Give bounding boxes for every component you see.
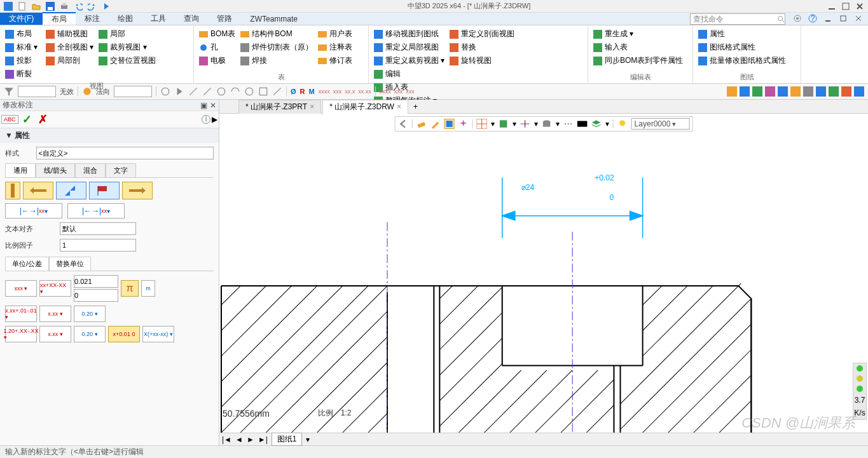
tab-zwteammate[interactable]: ZWTeammate — [241, 13, 307, 25]
tol-cell-6[interactable]: x.xx ▾ — [39, 326, 71, 342]
open-icon[interactable] — [32, 2, 41, 11]
ct-bulb-icon[interactable] — [617, 119, 628, 129]
ct-black-icon[interactable] — [577, 119, 588, 129]
tb-ico5[interactable] — [216, 86, 226, 97]
undo-icon[interactable] — [74, 2, 83, 11]
ct-pencil-icon[interactable] — [431, 119, 441, 129]
subtab-mix[interactable]: 混合 — [75, 163, 106, 177]
rtool8[interactable] — [816, 86, 826, 97]
drawing-canvas[interactable]: ⌀24 +0.02 0 — [219, 114, 868, 433]
panel-pin-icon[interactable]: ▣ — [200, 101, 207, 110]
panel-close-icon[interactable]: ✕ — [210, 101, 216, 110]
tol-cell-4[interactable]: 0.20 ▾ — [74, 306, 106, 322]
ritem-hole[interactable]: 孔 — [198, 41, 237, 53]
rtool3[interactable] — [752, 86, 762, 97]
print-icon[interactable] — [60, 2, 69, 11]
dimline-btn2[interactable]: |←→|xx ▾ — [67, 203, 125, 219]
ritem-props[interactable]: 属性 — [697, 28, 787, 40]
rtool9[interactable] — [829, 86, 839, 97]
cancel-button[interactable]: ✗ — [36, 112, 50, 126]
ct-grid-icon[interactable] — [477, 119, 487, 129]
ritem-revtable[interactable]: 修订表 — [317, 55, 355, 67]
tol-cell-7[interactable]: 0.20 ▾ — [74, 326, 106, 342]
tb-ico4[interactable] — [202, 86, 212, 97]
ritem-usertable[interactable]: 用户表 — [317, 28, 355, 40]
tab-draw[interactable]: 绘图 — [109, 13, 142, 25]
ritem-layout[interactable]: 布局 — [4, 28, 42, 40]
subtab-general[interactable]: 通用 — [5, 163, 36, 177]
ritem-project[interactable]: 投影 — [4, 55, 42, 67]
ritem-fullsection[interactable]: 全剖视图 ▾ — [45, 41, 95, 53]
tb-ico2[interactable] — [174, 86, 184, 97]
ritem-notetable[interactable]: 注释表 — [317, 41, 355, 53]
save-icon[interactable] — [46, 2, 55, 11]
close-tab-icon[interactable]: × — [397, 102, 401, 111]
ct-back-icon[interactable] — [398, 119, 408, 129]
command-search[interactable]: 查找命令 — [690, 13, 785, 25]
ritem-redefdetail[interactable]: 重定义局部视图 — [373, 41, 446, 53]
tol-cell-3[interactable]: x.xx ▾ — [39, 306, 71, 322]
ct-box-icon[interactable] — [499, 119, 509, 129]
r-symbol[interactable]: R — [300, 88, 305, 95]
close-tab-icon[interactable]: × — [310, 102, 314, 111]
tab-piping[interactable]: 管路 — [208, 13, 241, 25]
inner-minimize-icon[interactable] — [823, 14, 832, 23]
redo-icon[interactable] — [88, 2, 97, 11]
layer-dropdown[interactable]: Layer0000 ▾ — [631, 118, 690, 130]
ritem-inputtable[interactable]: 输入表 — [592, 41, 684, 53]
tol-lower-input[interactable] — [74, 289, 118, 302]
tol-cell-9[interactable]: X(+xx-xx) ▾ — [142, 326, 174, 342]
ritem-replace[interactable]: 替换 — [448, 41, 516, 53]
tol-cell-2[interactable]: x.xx+.01-.01 ▾ — [5, 306, 37, 322]
sheet-add-icon[interactable]: ▾ — [306, 435, 310, 444]
sheet-prev-icon[interactable]: ◄ — [235, 435, 243, 444]
style-input[interactable] — [36, 147, 214, 159]
tab-annotate[interactable]: 标注 — [76, 13, 109, 25]
sheet-first-icon[interactable]: |◄ — [222, 435, 231, 444]
ritem-weldcut[interactable]: 焊件切割表（原） — [239, 41, 314, 53]
m-btn[interactable]: m — [141, 280, 155, 297]
tb-ico3[interactable] — [188, 86, 198, 97]
tb-ico6[interactable] — [230, 86, 240, 97]
rtool7[interactable] — [803, 86, 813, 97]
ct-dots-icon[interactable] — [563, 119, 574, 129]
ritem-bom[interactable]: BOM表 — [198, 28, 237, 40]
help-icon[interactable]: ? — [808, 14, 817, 23]
minimize-icon[interactable] — [827, 2, 836, 11]
ct-wand-icon[interactable] — [458, 119, 469, 129]
tb-ico1[interactable] — [160, 86, 170, 97]
subtab-unittol[interactable]: 单位/公差 — [5, 257, 49, 271]
info-icon[interactable]: i — [202, 115, 210, 124]
filter-input[interactable] — [18, 86, 56, 97]
scale-input[interactable] — [60, 239, 136, 252]
ritem-break[interactable]: 断裂 — [4, 68, 42, 80]
ritem-redefcrop[interactable]: 重定义裁剪视图 ▾ — [373, 55, 446, 67]
dimline-btn1[interactable]: |←→|xx ▾ — [5, 203, 62, 219]
ct-select-icon[interactable] — [444, 119, 455, 129]
gear-icon[interactable] — [793, 14, 802, 23]
ritem-rotateview[interactable]: 旋转视图 — [448, 55, 516, 67]
flag-btn[interactable] — [89, 182, 120, 199]
ritem-structbom[interactable]: 结构件BOM — [239, 28, 314, 40]
ritem-detail[interactable]: 局部 — [97, 28, 157, 40]
normal-icon[interactable] — [82, 86, 92, 97]
tol-cell-xxpm[interactable]: xx+XX-XX ▾ — [39, 280, 71, 297]
dia-symbol[interactable]: Ø — [291, 88, 296, 95]
add-tab-icon[interactable]: + — [410, 102, 422, 111]
ritem-crop[interactable]: 裁剪视图 ▾ — [97, 41, 157, 53]
ritem-localsection[interactable]: 局部剖 — [45, 55, 95, 67]
angle-btn[interactable] — [56, 182, 86, 199]
tol-cell-5[interactable]: 1.20+.XX-.XX ▾ — [5, 326, 37, 342]
ritem-batchformat[interactable]: 批量修改图纸格式属性 — [697, 55, 787, 67]
ritem-weld[interactable]: 焊接 — [239, 55, 314, 67]
filter-icon[interactable] — [4, 86, 14, 97]
subtab-line[interactable]: 线/箭头 — [36, 163, 75, 177]
restore-icon[interactable] — [841, 2, 850, 11]
tol-upper-input[interactable] — [74, 275, 118, 288]
ct-hdim-icon[interactable] — [520, 119, 530, 129]
tol-cell-8[interactable]: x+0.01 0 — [108, 326, 140, 342]
close-icon[interactable] — [855, 2, 864, 11]
tab-layout[interactable]: 布局 — [43, 12, 76, 25]
sheet-next-icon[interactable]: ► — [247, 435, 254, 444]
ritem-auxview[interactable]: 辅助视图 — [45, 28, 95, 40]
